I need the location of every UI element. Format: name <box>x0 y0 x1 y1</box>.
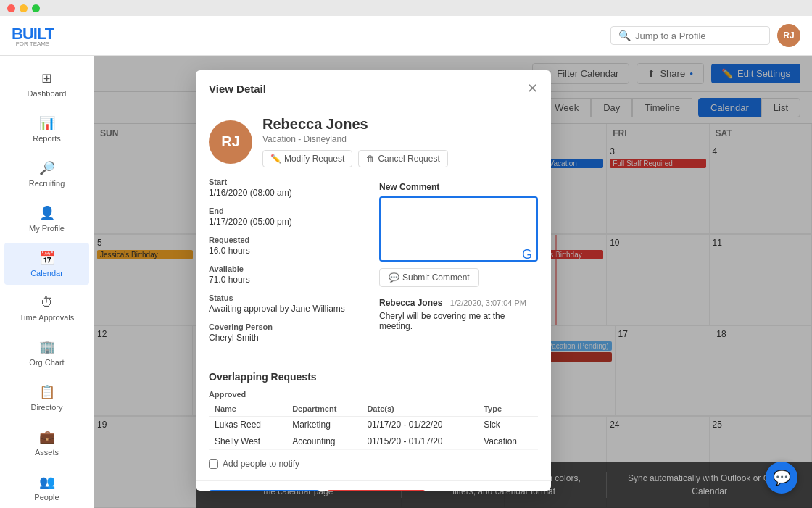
sidebar-item-reports[interactable]: 📊 Reports <box>4 108 89 150</box>
trash-icon: 🗑 <box>366 154 375 164</box>
col-type: Type <box>478 401 538 417</box>
row-name: Lukas Reed <box>209 417 286 433</box>
status-field: Status Awaiting approval by Jane William… <box>209 293 368 314</box>
calendar-icon: 📅 <box>39 250 55 266</box>
profile-vacation-status: Vacation - Disneyland <box>262 134 448 144</box>
search-icon: 🔍 <box>618 30 631 41</box>
comment-input-wrap: G <box>379 196 538 262</box>
sidebar-item-my-profile[interactable]: 👤 My Profile <box>4 198 89 240</box>
comment-icon: 💬 <box>389 272 399 283</box>
available-label: Available <box>209 265 368 273</box>
end-value: 1/17/2020 (05:00 pm) <box>209 217 368 227</box>
profile-actions: ✏️ Modify Request 🗑 Cancel Request <box>262 150 448 167</box>
detail-left: Start 1/16/2020 (08:00 am) End 1/17/2020… <box>209 178 368 351</box>
detail-columns: Start 1/16/2020 (08:00 am) End 1/17/2020… <box>209 178 538 351</box>
sidebar-item-label: My Profile <box>29 224 65 233</box>
row-type: Vacation <box>478 433 538 450</box>
available-field: Available 71.0 hours <box>209 265 368 285</box>
view-detail-modal: View Detail ✕ RJ Rebecca Jones Vacation … <box>196 70 551 491</box>
sidebar-item-recruiting[interactable]: 🔎 Recruiting <box>4 153 89 195</box>
covering-value: Cheryl Smith <box>209 333 368 343</box>
sidebar-item-dashboard[interactable]: ⊞ Dashboard <box>4 63 89 105</box>
covering-label: Covering Person <box>209 322 368 331</box>
sidebar-item-label: Dashboard <box>28 89 67 98</box>
close-modal-button[interactable]: ✕ <box>527 80 538 96</box>
sidebar-item-directory[interactable]: 📋 Directory <box>4 377 89 419</box>
org-chart-icon: 🏢 <box>39 339 55 355</box>
start-value: 1/16/2020 (08:00 am) <box>209 188 368 198</box>
modal-footer: ✓ Approve Request ✕ Deny Request <box>196 480 551 491</box>
row-dept: Accounting <box>286 433 361 450</box>
deny-request-button[interactable]: ✕ Deny Request <box>327 490 425 491</box>
sidebar-item-calendar[interactable]: 📅 Calendar <box>4 243 89 285</box>
overlap-section: Overlapping Requests Approved Name Depar… <box>209 362 538 450</box>
col-name: Name <box>209 401 286 417</box>
overlap-row-1: Lukas Reed Marketing 01/17/20 - 01/22/20… <box>209 417 538 433</box>
grammarly-icon: G <box>379 247 532 262</box>
search-box[interactable]: 🔍 <box>610 26 770 45</box>
avatar[interactable]: RJ <box>777 24 800 47</box>
overlap-row-2: Shelly West Accounting 01/15/20 - 01/17/… <box>209 433 538 450</box>
chat-bubble-button[interactable]: 💬 <box>766 462 798 494</box>
comment-author: Rebecca Jones <box>379 298 442 308</box>
sidebar-item-label: People <box>34 493 59 501</box>
col-dept: Department <box>286 401 361 417</box>
submit-comment-button[interactable]: 💬 Submit Comment <box>379 268 479 287</box>
row-dates: 01/17/20 - 01/22/20 <box>361 417 478 433</box>
row-dept: Marketing <box>286 417 361 433</box>
sidebar-item-time-approvals[interactable]: ⏱ Time Approvals <box>4 288 89 329</box>
reports-icon: 📊 <box>39 115 55 131</box>
logo: BUILT FOR TEAMS <box>12 25 54 47</box>
maximize-button[interactable] <box>32 4 40 12</box>
sidebar-item-label: Directory <box>30 403 62 412</box>
modify-request-button[interactable]: ✏️ Modify Request <box>262 150 352 167</box>
sidebar-item-org-chart[interactable]: 🏢 Org Chart <box>4 332 89 374</box>
overlap-table: Name Department Date(s) Type Lukas Reed … <box>209 401 538 450</box>
sidebar-item-assets[interactable]: 💼 Assets <box>4 422 89 464</box>
requested-field: Requested 16.0 hours <box>209 236 368 256</box>
my-profile-icon: 👤 <box>39 205 55 221</box>
topbar-right: 🔍 RJ <box>610 24 800 47</box>
row-type: Sick <box>478 417 538 433</box>
approve-request-button[interactable]: ✓ Approve Request <box>209 490 320 491</box>
covering-field: Covering Person Cheryl Smith <box>209 322 368 343</box>
profile-section: RJ Rebecca Jones Vacation - Disneyland ✏… <box>209 116 538 167</box>
sidebar-item-label: Calendar <box>30 269 63 278</box>
search-input[interactable] <box>635 30 762 41</box>
col-dates: Date(s) <box>361 401 478 417</box>
profile-info: Rebecca Jones Vacation - Disneyland ✏️ M… <box>262 116 448 167</box>
end-field: End 1/17/2020 (05:00 pm) <box>209 207 368 227</box>
profile-name: Rebecca Jones <box>262 116 448 133</box>
end-label: End <box>209 207 368 215</box>
status-value: Awaiting approval by Jane Williams <box>209 304 368 314</box>
modal-title: View Detail <box>209 83 266 95</box>
logo-sub: FOR TEAMS <box>12 41 54 47</box>
modal-header: View Detail ✕ <box>196 70 551 104</box>
modal-body: RJ Rebecca Jones Vacation - Disneyland ✏… <box>196 104 551 480</box>
cancel-request-button[interactable]: 🗑 Cancel Request <box>358 150 447 167</box>
assets-icon: 💼 <box>39 429 55 445</box>
start-field: Start 1/16/2020 (08:00 am) <box>209 178 368 198</box>
sidebar: ⊞ Dashboard 📊 Reports 🔎 Recruiting 👤 My … <box>0 56 94 508</box>
start-label: Start <box>209 178 368 186</box>
notify-row: Add people to notify <box>209 459 538 469</box>
recruiting-icon: 🔎 <box>39 160 55 176</box>
comment-entry: Rebecca Jones 1/2/2020, 3:07:04 PM Chery… <box>379 296 538 331</box>
comment-text: Cheryl will be covering me at the meetin… <box>379 311 538 331</box>
minimize-button[interactable] <box>20 4 28 12</box>
status-label: Status <box>209 293 368 302</box>
approved-label: Approved <box>209 390 538 399</box>
modal-overlay: View Detail ✕ RJ Rebecca Jones Vacation … <box>94 56 812 508</box>
topbar: BUILT FOR TEAMS 🔍 RJ <box>0 16 812 56</box>
requested-value: 16.0 hours <box>209 246 368 256</box>
comment-section: New Comment G 💬 Submit Comment <box>379 182 538 351</box>
main-layout: ⊞ Dashboard 📊 Reports 🔎 Recruiting 👤 My … <box>0 56 812 508</box>
people-icon: 👥 <box>39 474 55 490</box>
pencil-icon: ✏️ <box>270 154 281 164</box>
sidebar-item-label: Recruiting <box>29 179 65 188</box>
sidebar-item-people[interactable]: 👥 People <box>4 467 89 508</box>
notify-checkbox[interactable] <box>209 459 218 469</box>
close-button[interactable] <box>7 4 15 12</box>
content-area: ▼ Filter Calendar ⬆ Share ● ✏️ Edit Sett… <box>94 56 812 508</box>
table-header-row: Name Department Date(s) Type <box>209 401 538 417</box>
